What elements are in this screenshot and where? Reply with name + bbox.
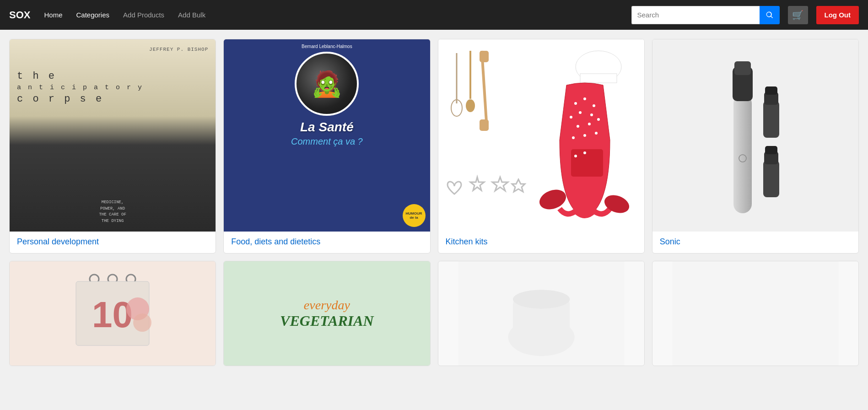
product-label-sonic: Sonic <box>652 232 858 253</box>
svg-point-2 <box>574 102 577 105</box>
product-grid-row2: 10 everyday VEGETARIAN <box>9 261 859 366</box>
search-button[interactable] <box>760 6 780 24</box>
cart-icon: 🛒 <box>792 10 803 21</box>
svg-rect-47 <box>673 261 839 366</box>
svg-rect-24 <box>480 51 489 62</box>
svg-text:10: 10 <box>92 294 133 335</box>
svg-rect-25 <box>480 119 489 131</box>
svg-point-8 <box>577 125 579 128</box>
empty-product-svg-1 <box>438 261 644 366</box>
nav-add-bulk[interactable]: Add Bulk <box>173 11 210 19</box>
nav-home[interactable]: Home <box>39 11 67 19</box>
product-image-food-diets: Bernard Leblanc-Halmos 🧟 La Santé Commen… <box>224 39 430 232</box>
calendar-svg: 10 <box>67 272 158 355</box>
svg-point-16 <box>583 151 586 154</box>
svg-rect-26 <box>733 94 752 213</box>
apron-svg <box>539 49 631 222</box>
svg-point-9 <box>588 123 591 125</box>
nav-add-products[interactable]: Add Products <box>119 11 169 19</box>
product-image-kitchen <box>438 39 644 232</box>
svg-point-4 <box>593 104 595 107</box>
svg-rect-35 <box>765 146 777 154</box>
svg-point-46 <box>512 290 569 308</box>
empty-image-1 <box>438 261 644 366</box>
search-icon <box>766 11 774 19</box>
vegetarian-image: everyday VEGETARIAN <box>224 261 430 366</box>
svg-rect-28 <box>734 61 751 75</box>
toothbrush-main-svg <box>729 58 756 213</box>
book2-badge: HUMOURde la <box>403 204 426 227</box>
book2-author: Bernard Leblanc-Halmos <box>302 44 352 49</box>
svg-point-3 <box>583 97 586 100</box>
svg-rect-1 <box>580 74 617 83</box>
svg-point-12 <box>583 134 586 137</box>
product-card-sonic[interactable]: Sonic <box>652 39 859 254</box>
product-label-food-diets: Food, diets and dietetics <box>224 232 430 253</box>
search-container <box>631 6 780 24</box>
brand-logo[interactable]: SOX <box>9 9 30 21</box>
book2-title: La Santé <box>300 120 354 135</box>
svg-point-11 <box>572 136 575 139</box>
nav-categories[interactable]: Categories <box>71 11 114 19</box>
empty-image-2 <box>652 261 858 366</box>
navbar: SOX Home Categories Add Products Add Bul… <box>0 0 868 30</box>
svg-rect-32 <box>765 86 777 95</box>
svg-point-15 <box>574 155 577 157</box>
product-card-calendar[interactable]: 10 <box>9 261 216 366</box>
svg-rect-30 <box>763 101 779 138</box>
veg-everyday-text: everyday <box>304 298 350 313</box>
veg-vegetarian-text: VEGETARIAN <box>280 313 374 329</box>
product-label-kitchen-kits: Kitchen kits <box>438 232 644 253</box>
calendar-image: 10 <box>10 261 216 366</box>
cart-button[interactable]: 🛒 <box>788 6 808 24</box>
product-card-empty-2[interactable] <box>652 261 859 366</box>
brush-head-1-svg <box>761 83 782 138</box>
svg-point-13 <box>595 132 598 135</box>
product-card-personal-development[interactable]: JEFFREY P. BISHOP t h e a n t i c i p a … <box>9 39 216 254</box>
svg-point-42 <box>133 313 151 332</box>
product-card-empty-1[interactable] <box>438 261 645 366</box>
book2-circle: 🧟 <box>295 52 359 116</box>
product-grid: JEFFREY P. BISHOP t h e a n t i c i p a … <box>9 39 859 254</box>
svg-point-10 <box>597 118 600 121</box>
kitchen-tools-svg <box>447 49 502 140</box>
svg-point-7 <box>590 113 593 116</box>
product-card-kitchen-kits[interactable]: Kitchen kits <box>438 39 645 254</box>
product-image-personal-development: JEFFREY P. BISHOP t h e a n t i c i p a … <box>10 39 216 232</box>
search-input[interactable] <box>631 6 760 24</box>
book1-author: JEFFREY P. BISHOP <box>17 47 208 52</box>
product-image-sonic <box>652 39 858 232</box>
empty-product-svg-2 <box>652 261 858 366</box>
brush-head-2-svg <box>761 142 782 197</box>
svg-rect-14 <box>571 149 603 177</box>
svg-point-22 <box>466 99 475 112</box>
svg-point-5 <box>570 116 572 119</box>
product-label-personal-development: Personal development <box>10 232 216 253</box>
book2-subtitle: Comment ça va ? <box>291 136 363 147</box>
cookie-cutters-svg <box>445 170 528 207</box>
product-card-food-diets[interactable]: Bernard Leblanc-Halmos 🧟 La Santé Commen… <box>223 39 430 254</box>
main-content: JEFFREY P. BISHOP t h e a n t i c i p a … <box>0 30 868 375</box>
svg-point-6 <box>579 111 582 114</box>
svg-point-17 <box>539 186 569 213</box>
product-card-vegetarian[interactable]: everyday VEGETARIAN <box>223 261 430 366</box>
logout-button[interactable]: Log Out <box>816 6 859 24</box>
svg-rect-33 <box>763 161 779 197</box>
